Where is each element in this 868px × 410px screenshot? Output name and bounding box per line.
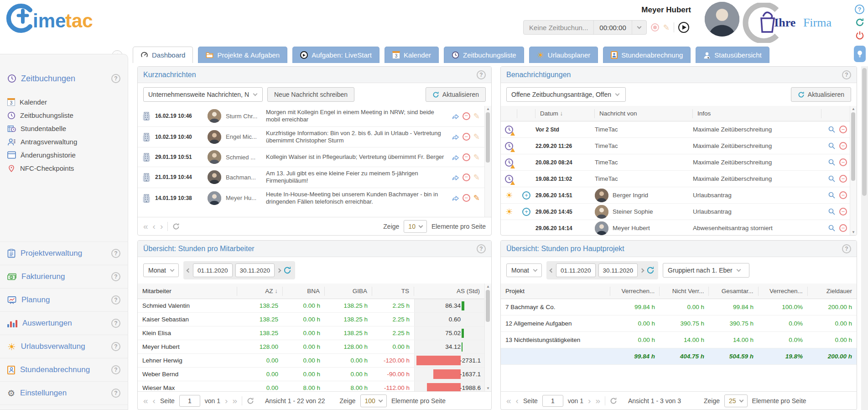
forward-icon[interactable] bbox=[452, 174, 459, 181]
help-icon[interactable]: ? bbox=[477, 70, 486, 79]
refresh-icon[interactable] bbox=[610, 397, 617, 405]
employee-row[interactable]: Klein Elisa 138.25 0.00 h 138.25 h 2.25 … bbox=[138, 326, 484, 340]
logout-power-icon[interactable] bbox=[855, 31, 864, 40]
scroll-up-icon[interactable]: ▲ bbox=[485, 107, 491, 111]
period-select[interactable]: Monat bbox=[143, 263, 179, 277]
dismiss-icon[interactable]: − bbox=[839, 142, 847, 150]
prev-page-icon[interactable]: ‹ bbox=[153, 222, 156, 231]
column-nachricht-von[interactable]: Nachricht von bbox=[595, 109, 693, 118]
column-gesamtarbeit[interactable]: Gesamtar... bbox=[709, 287, 758, 296]
project-row[interactable]: 13 Nichtleistungstätigkeiten 0.00 h 14.0… bbox=[501, 332, 857, 348]
delete-icon[interactable]: − bbox=[463, 112, 470, 120]
notifications-scrollbar[interactable]: ▲ ▼ bbox=[850, 106, 857, 235]
help-icon[interactable]: ? bbox=[111, 249, 120, 258]
message-row[interactable]: 21.01.19 10:44 Bachman... Am 13. Juli gi… bbox=[138, 167, 484, 188]
column-infos[interactable]: Infos bbox=[693, 109, 821, 118]
stop-tracking-icon[interactable] bbox=[651, 23, 659, 32]
notification-row[interactable]: 19.08.20 11:02 TimeTac Maximale Zeitüber… bbox=[501, 171, 850, 187]
help-icon[interactable]: ? bbox=[477, 244, 486, 253]
column-as-std[interactable]: AS (Std) bbox=[414, 287, 484, 296]
notification-row[interactable]: 22.09.20 11:26 TimeTac Maximale Zeitüber… bbox=[501, 138, 850, 154]
prev-page-icon[interactable]: ‹ bbox=[516, 396, 519, 405]
page-size-select[interactable]: 10 bbox=[404, 220, 427, 233]
magnifier-icon[interactable] bbox=[828, 158, 836, 166]
scrollbar-thumb[interactable] bbox=[486, 112, 490, 163]
refresh-notifications-button[interactable]: Aktualisieren bbox=[791, 87, 851, 102]
column-zieldauer[interactable]: Zieldauer bbox=[808, 287, 857, 296]
sidebar-section-einstellungen[interactable]: ⚙ Einstellungen ? bbox=[0, 382, 128, 405]
help-icon[interactable]: ? bbox=[111, 74, 120, 83]
sidebar-section-zeitbuchungen[interactable]: Zeitbuchungen ? bbox=[0, 68, 128, 89]
page-size-select[interactable]: 100 bbox=[360, 394, 387, 407]
column-projekt[interactable]: Projekt bbox=[501, 287, 610, 296]
prev-period-icon[interactable] bbox=[549, 268, 554, 273]
magnifier-icon[interactable] bbox=[828, 126, 836, 133]
help-icon[interactable]: ? bbox=[111, 272, 120, 281]
edit-icon[interactable]: ✎ bbox=[473, 152, 480, 162]
help-icon[interactable]: ? bbox=[111, 295, 120, 305]
tab-stundenabrechnung[interactable]: Stundenabrechnung bbox=[603, 47, 691, 63]
refresh-icon[interactable] bbox=[646, 266, 655, 274]
column-nicht-verrechenbar[interactable]: Nicht Verr... bbox=[660, 287, 709, 296]
employee-row[interactable]: Weber Bernd 0.00 0.00 h 0.00 h -90.00 h … bbox=[138, 368, 484, 381]
user-avatar[interactable] bbox=[705, 2, 739, 37]
employee-row[interactable]: Lehner Herwig 0.00 0.00 h 0.00 h -120.00… bbox=[138, 354, 484, 368]
help-icon[interactable]: ? bbox=[111, 319, 120, 328]
next-period-icon[interactable] bbox=[277, 268, 281, 273]
dismiss-icon[interactable]: − bbox=[839, 191, 847, 199]
tab-kalender[interactable]: 3 Kalender bbox=[385, 47, 439, 63]
column-mitarbeiter[interactable]: Mitarbeiter bbox=[138, 287, 237, 296]
employee-row[interactable]: Schmied Valentin 138.25 0.00 h 138.25 h … bbox=[138, 299, 484, 313]
column-datum[interactable]: Datum ↓ bbox=[535, 109, 595, 118]
employee-row[interactable]: Kaiser Sebastian 138.25 0.00 h 138.25 h … bbox=[138, 313, 484, 326]
message-row[interactable]: 29.01.19 10:51 Schmied ... Kollegin Wals… bbox=[138, 147, 484, 167]
last-page-icon[interactable]: » bbox=[595, 396, 600, 405]
column-verrechenbar[interactable]: Verrechen... bbox=[610, 287, 660, 296]
magnifier-icon[interactable] bbox=[828, 191, 836, 199]
next-page-icon[interactable]: › bbox=[225, 396, 228, 405]
sidebar-section-auswertungen[interactable]: Auswertungen ? bbox=[0, 312, 128, 335]
forward-icon[interactable] bbox=[452, 133, 459, 140]
next-period-icon[interactable] bbox=[640, 268, 645, 273]
notification-row[interactable]: 29.06.20 14:14 Meyer Hubert Abwesenheits… bbox=[501, 220, 850, 235]
notification-row[interactable]: ☀ + 29.06.20 14:51 Berger Ingrid Urlaubs… bbox=[501, 187, 850, 204]
delete-icon[interactable]: − bbox=[463, 173, 470, 181]
first-page-icon[interactable]: « bbox=[143, 396, 148, 405]
timetac-logo[interactable]: ime tac bbox=[5, 3, 103, 35]
scrollbar-thumb[interactable] bbox=[486, 290, 490, 322]
help-icon[interactable]: ? bbox=[111, 389, 120, 398]
period-select[interactable]: Monat bbox=[506, 263, 542, 277]
help-icon[interactable]: ? bbox=[842, 70, 851, 79]
magnifier-icon[interactable] bbox=[828, 175, 836, 183]
sidebar-section-fakturierung[interactable]: $ Fakturierung ? bbox=[0, 265, 128, 289]
dismiss-icon[interactable]: − bbox=[839, 126, 847, 133]
page-scrollbar[interactable] bbox=[861, 66, 868, 410]
page-size-select[interactable]: 25 bbox=[724, 394, 748, 407]
sidebar-item-zeitbuchungsliste[interactable]: Zeitbuchungsliste bbox=[7, 109, 120, 122]
notification-row[interactable]: ☀ + 29.06.20 14:45 Steiner Sophie Urlaub… bbox=[501, 204, 850, 220]
message-row[interactable]: 16.02.19 10:46 Sturm Chr... Morgen mit K… bbox=[138, 106, 484, 127]
delete-icon[interactable]: − bbox=[463, 153, 470, 161]
tips-lightbulb-button[interactable] bbox=[854, 46, 866, 62]
last-page-icon[interactable]: » bbox=[232, 396, 237, 405]
scroll-down-icon[interactable]: ▼ bbox=[485, 386, 491, 390]
tab-zeitbuchungsliste[interactable]: Zeitbuchungsliste bbox=[444, 47, 524, 63]
next-page-icon[interactable]: › bbox=[160, 222, 163, 231]
sidebar-item-antragsverwaltung[interactable]: Antragsverwaltung bbox=[7, 135, 120, 148]
help-icon[interactable]: ? bbox=[111, 365, 120, 374]
start-tracking-button[interactable] bbox=[678, 22, 689, 33]
tab-projekte-aufgaben[interactable]: Projekte & Aufgaben bbox=[198, 47, 287, 63]
forward-icon[interactable] bbox=[452, 113, 459, 120]
refresh-messages-button[interactable]: Aktualisieren bbox=[426, 87, 486, 102]
sidebar-section-stundenabrechnung[interactable]: Stundenabrechnung ? bbox=[0, 358, 128, 382]
edit-tracking-icon[interactable]: ✎ bbox=[663, 23, 670, 32]
date-from-input[interactable]: 01.11.2020 bbox=[556, 263, 596, 277]
refresh-icon[interactable] bbox=[855, 18, 864, 27]
refresh-icon[interactable] bbox=[247, 397, 254, 405]
message-filter-select[interactable]: Unternehmensweite Nachrichten, N bbox=[143, 87, 263, 102]
page-number-input[interactable]: 1 bbox=[179, 395, 200, 407]
project-row[interactable]: 7 Bachmayr & Co. 99.84 h 0.00 h 99.84 h … bbox=[501, 299, 857, 315]
date-to-input[interactable]: 30.11.2020 bbox=[235, 263, 275, 277]
scroll-up-icon[interactable]: ▲ bbox=[850, 107, 857, 111]
scroll-up-icon[interactable]: ▲ bbox=[485, 284, 491, 289]
